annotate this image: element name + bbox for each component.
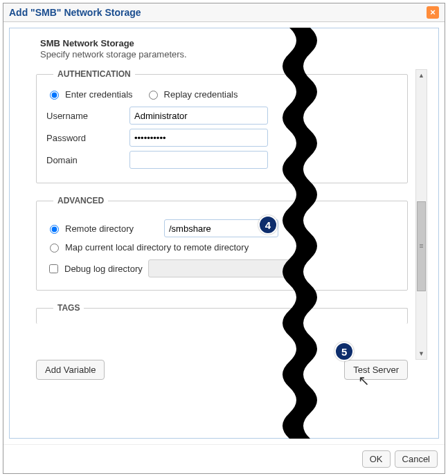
scroll-up-icon[interactable]: ▲ (416, 70, 427, 81)
test-server-button[interactable]: Test Server (344, 360, 408, 380)
advanced-legend: ADVANCED (53, 196, 108, 205)
map-directory-label: Map current local directory to remote di… (65, 242, 249, 253)
remote-directory-radio[interactable]: Remote directory (46, 223, 164, 234)
scroll-area: AUTHENTICATION Enter credentials Replay … (21, 69, 427, 360)
authentication-group: AUTHENTICATION Enter credentials Replay … (36, 69, 408, 183)
authentication-legend: AUTHENTICATION (53, 69, 135, 79)
ok-button[interactable]: OK (362, 450, 391, 468)
scrollbar[interactable]: ▲ ▼ (415, 69, 427, 360)
domain-label: Domain (46, 155, 129, 165)
replay-credentials-label: Replay credentials (164, 89, 238, 100)
enter-credentials-input[interactable] (50, 91, 59, 100)
advanced-group: ADVANCED Remote directory 4 (36, 196, 408, 291)
add-variable-button[interactable]: Add Variable (36, 360, 105, 380)
cancel-button[interactable]: Cancel (395, 450, 438, 468)
replay-credentials-input[interactable] (149, 91, 158, 100)
bottom-button-row: Add Variable 5 Test Server ↖ (36, 360, 408, 380)
replay-credentials-radio[interactable]: Replay credentials (145, 89, 238, 100)
tags-legend: TAGS (53, 303, 84, 313)
domain-field[interactable] (129, 151, 268, 169)
dialog-window: Add "SMB" Network Storage × SMB Network … (3, 3, 445, 474)
debug-log-input[interactable] (49, 264, 58, 273)
enter-credentials-label: Enter credentials (65, 89, 133, 100)
scrollbar-thumb[interactable] (417, 201, 426, 291)
page-subtitle: Specify network storage parameters. (40, 49, 427, 60)
tags-group: TAGS (36, 303, 408, 324)
title-bar: Add "SMB" Network Storage × (3, 3, 445, 22)
remote-directory-label: Remote directory (65, 223, 134, 234)
dialog-footer: OK Cancel (3, 444, 445, 473)
debug-log-label: Debug log directory (64, 264, 143, 274)
content-frame: SMB Network Storage Specify network stor… (9, 28, 439, 439)
dialog-title: Add "SMB" Network Storage (9, 7, 141, 18)
remote-directory-input[interactable] (50, 225, 59, 234)
enter-credentials-radio[interactable]: Enter credentials (46, 89, 133, 100)
debug-log-checkbox[interactable]: Debug log directory (46, 262, 143, 275)
scroll-down-icon[interactable]: ▼ (416, 348, 427, 359)
username-field[interactable] (129, 107, 268, 125)
map-directory-radio[interactable]: Map current local directory to remote di… (46, 241, 249, 253)
header-block: SMB Network Storage Specify network stor… (40, 38, 427, 60)
map-directory-input[interactable] (50, 244, 59, 253)
close-icon[interactable]: × (427, 6, 439, 19)
debug-log-field[interactable] (148, 259, 301, 277)
page-title: SMB Network Storage (40, 38, 427, 48)
username-label: Username (46, 111, 129, 121)
callout-4: 4 (258, 215, 278, 235)
password-field[interactable] (129, 129, 268, 147)
password-label: Password (46, 133, 129, 143)
